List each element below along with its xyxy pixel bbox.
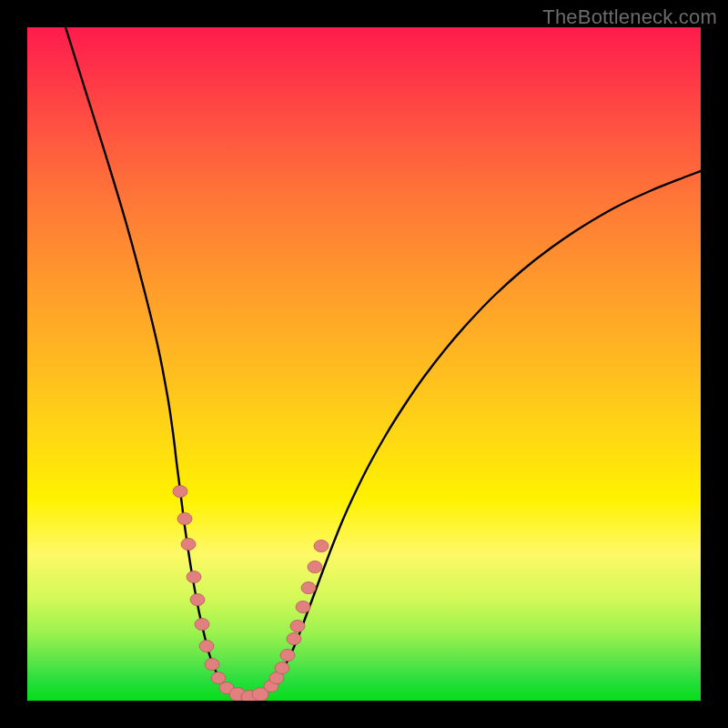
data-dot [275, 662, 289, 673]
data-dot [252, 688, 268, 701]
watermark-text: TheBottleneck.com [542, 5, 717, 29]
data-dot [173, 485, 187, 497]
data-dot [181, 538, 196, 550]
scatter-right-branch [264, 540, 329, 692]
data-dot [314, 540, 329, 551]
data-dot [301, 581, 316, 593]
chart-svg-layer [27, 27, 701, 701]
data-dot [187, 571, 201, 582]
data-dot [211, 672, 226, 683]
data-dot [296, 601, 310, 612]
data-dot [290, 620, 305, 632]
scatter-left-branch [173, 485, 234, 693]
data-dot [199, 640, 214, 652]
data-dot [195, 618, 209, 630]
scatter-trough [229, 688, 268, 701]
data-dot [177, 512, 192, 524]
chart-plot-area [27, 27, 701, 701]
data-dot [205, 658, 219, 670]
data-dot [308, 561, 322, 572]
data-dot [287, 632, 301, 644]
bottleneck-curve [66, 27, 701, 698]
data-dot [280, 649, 295, 661]
chart-frame: TheBottleneck.com [0, 0, 728, 728]
data-dot [190, 593, 205, 605]
